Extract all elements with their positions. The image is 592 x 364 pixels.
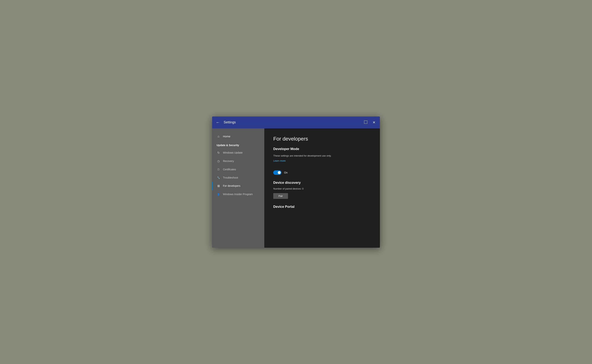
sidebar-item-label: Windows Update bbox=[223, 151, 243, 154]
sidebar-item-label: For developers bbox=[223, 184, 240, 187]
sidebar-item-label: Certificates bbox=[223, 168, 236, 171]
developer-icon bbox=[217, 184, 220, 188]
sidebar-item-label: Troubleshoot bbox=[223, 176, 238, 179]
developer-mode-toggle[interactable] bbox=[273, 170, 281, 175]
sidebar-section-label: Update & Security bbox=[212, 141, 264, 149]
sidebar-item-troubleshoot[interactable]: Troubleshoot bbox=[212, 174, 264, 182]
back-button[interactable]: ← bbox=[216, 120, 220, 124]
toggle-state-label: On bbox=[284, 171, 288, 174]
main-panel: For developers Developer Mode These sett… bbox=[264, 128, 380, 248]
sidebar: Home Update & Security Windows Update Re… bbox=[212, 128, 264, 248]
device-portal-title: Device Portal bbox=[273, 205, 371, 209]
sidebar-item-for-developers[interactable]: For developers bbox=[212, 182, 264, 190]
restore-icon bbox=[364, 120, 367, 124]
sidebar-item-home[interactable]: Home bbox=[212, 132, 264, 141]
windows-update-icon bbox=[217, 151, 220, 155]
sidebar-item-windows-insider[interactable]: Windows Insider Program bbox=[212, 190, 264, 198]
learn-more-link[interactable]: Learn more bbox=[273, 159, 286, 162]
device-discovery-title: Device discovery bbox=[273, 181, 371, 185]
developer-mode-toggle-row: On bbox=[273, 170, 371, 175]
sidebar-item-windows-update[interactable]: Windows Update bbox=[212, 149, 264, 157]
home-icon bbox=[217, 135, 220, 138]
content-area: Home Update & Security Windows Update Re… bbox=[212, 128, 380, 248]
sidebar-item-certificates[interactable]: Certificates bbox=[212, 165, 264, 174]
page-title: For developers bbox=[273, 136, 371, 142]
paired-devices-text: Number of paired devices: 0 bbox=[273, 187, 371, 190]
titlebar: ← Settings ✕ bbox=[212, 117, 380, 128]
sidebar-home-label: Home bbox=[223, 135, 230, 138]
sidebar-item-recovery[interactable]: Recovery bbox=[212, 157, 264, 165]
titlebar-title: Settings bbox=[224, 120, 363, 124]
titlebar-controls: ✕ bbox=[363, 120, 376, 125]
restore-button[interactable] bbox=[363, 120, 368, 125]
sidebar-item-label: Windows Insider Program bbox=[223, 193, 253, 196]
close-button[interactable]: ✕ bbox=[372, 120, 376, 125]
settings-window: ← Settings ✕ Home Update & Security Wind… bbox=[212, 117, 380, 248]
sidebar-item-label: Recovery bbox=[223, 160, 234, 162]
certificates-icon bbox=[217, 168, 220, 171]
recovery-icon bbox=[217, 159, 220, 163]
developer-mode-title: Developer Mode bbox=[273, 147, 371, 151]
troubleshoot-icon bbox=[217, 176, 220, 179]
insider-icon bbox=[217, 193, 220, 196]
developer-mode-description: These settings are intended for developm… bbox=[273, 154, 371, 158]
pair-button[interactable]: Pair bbox=[273, 193, 288, 199]
